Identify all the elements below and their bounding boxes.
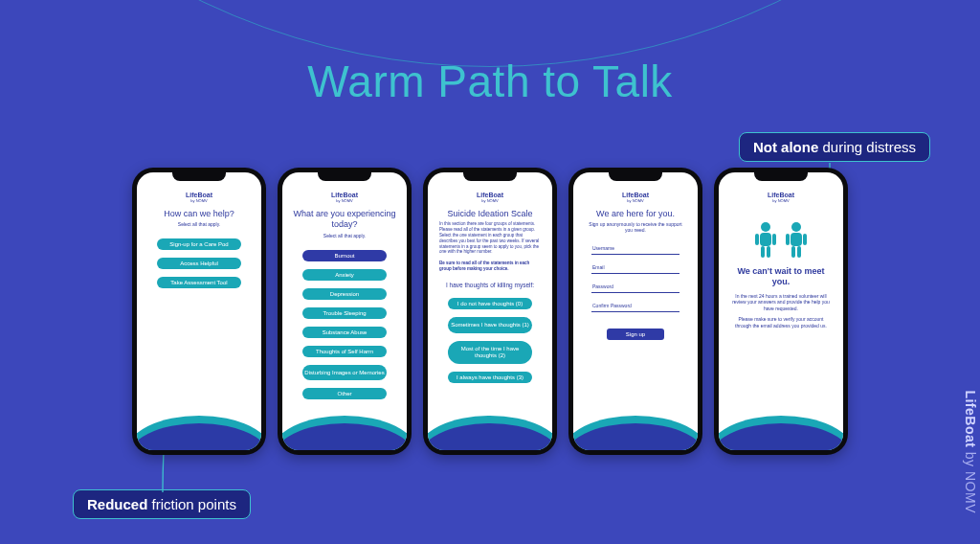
person-icon bbox=[784, 220, 809, 259]
svg-rect-11 bbox=[797, 246, 801, 258]
option-access-helpful[interactable]: Access Helpful bbox=[157, 258, 241, 269]
svg-rect-13 bbox=[803, 234, 807, 245]
confirm-password-field[interactable]: Confirm Password bbox=[591, 303, 679, 312]
phone-notch bbox=[172, 172, 226, 181]
screen4-title: We are here for you. bbox=[592, 209, 679, 219]
screen-how-can-we-help: LifeBoat by NOMV How can we help? Select… bbox=[137, 172, 261, 450]
screen5-title: We can't wait to meet you. bbox=[724, 266, 837, 287]
option-assessment-tool[interactable]: Take Assessment Tool bbox=[157, 277, 241, 288]
phone-mockup-1: LifeBoat by NOMV How can we help? Select… bbox=[132, 168, 266, 455]
phone-mockup-4: LifeBoat by NOMV We are here for you. Si… bbox=[568, 168, 702, 455]
option-trouble-sleeping[interactable]: Trouble Sleeping bbox=[302, 307, 387, 319]
phone-mockup-2: LifeBoat by NOMV What are you experienci… bbox=[278, 168, 412, 455]
option-substance-abuse[interactable]: Substance Abuse bbox=[302, 327, 387, 338]
screen3-question: I have thoughts of killing myself: bbox=[442, 282, 538, 288]
app-brand-sub: by NOMV bbox=[190, 198, 207, 203]
option-care-pod[interactable]: Sign-up for a Care Pod bbox=[157, 238, 241, 250]
side-brand: LifeBoat by NOMV bbox=[963, 390, 978, 513]
app-brand: LifeBoat bbox=[622, 192, 649, 198]
option-burnout[interactable]: Burnout bbox=[302, 250, 387, 261]
option-disturbing-images[interactable]: Disturbing Images or Memories bbox=[302, 365, 387, 381]
screen1-title: How can we help? bbox=[160, 209, 238, 219]
screen3-bold-note: Be sure to read all of the statements in… bbox=[434, 261, 546, 272]
answer-3[interactable]: I always have thoughts (3) bbox=[448, 372, 532, 383]
screen4-sub: Sign up anonymously to receive the suppo… bbox=[579, 221, 692, 233]
signup-button[interactable]: Sign up bbox=[607, 329, 664, 340]
svg-rect-12 bbox=[786, 234, 790, 245]
password-field[interactable]: Password bbox=[591, 283, 679, 293]
option-self-harm[interactable]: Thoughts of Self Harm bbox=[302, 346, 387, 357]
answer-1[interactable]: Sometimes I have thoughts (1) bbox=[448, 317, 532, 333]
screen3-title: Suicide Ideation Scale bbox=[443, 209, 536, 219]
app-brand-sub: by NOMV bbox=[627, 198, 643, 203]
screen2-sub: Select all that apply. bbox=[323, 233, 366, 238]
screen-experiencing: LifeBoat by NOMV What are you experienci… bbox=[282, 172, 407, 450]
screen5-p2: Please make sure to verify your account … bbox=[724, 316, 837, 329]
username-field[interactable]: Username bbox=[591, 245, 679, 255]
svg-rect-5 bbox=[767, 246, 770, 258]
svg-rect-3 bbox=[760, 233, 771, 246]
app-brand: LifeBoat bbox=[331, 192, 358, 198]
people-illustration bbox=[753, 220, 809, 259]
screen-signup: LifeBoat by NOMV We are here for you. Si… bbox=[573, 172, 698, 450]
answer-0[interactable]: I do not have thoughts (0) bbox=[448, 298, 532, 309]
screen2-title: What are you experiencing today? bbox=[288, 209, 401, 231]
option-anxiety[interactable]: Anxiety bbox=[302, 269, 387, 281]
screen-meet-you: LifeBoat by NOMV We can't wait to meet y… bbox=[719, 172, 843, 450]
answer-2[interactable]: Most of the time I have thoughts (2) bbox=[448, 341, 532, 364]
app-brand: LifeBoat bbox=[768, 192, 794, 198]
side-brand-main: LifeBoat bbox=[963, 390, 978, 447]
app-brand: LifeBoat bbox=[186, 192, 212, 198]
phone-notch bbox=[609, 172, 662, 181]
phone-row: LifeBoat by NOMV How can we help? Select… bbox=[132, 168, 848, 455]
app-brand-sub: by NOMV bbox=[336, 198, 352, 203]
phone-notch bbox=[463, 172, 517, 181]
svg-rect-10 bbox=[791, 246, 795, 258]
svg-point-8 bbox=[791, 222, 801, 232]
app-brand-sub: by NOMV bbox=[481, 198, 498, 203]
person-icon bbox=[753, 220, 778, 259]
phone-notch bbox=[754, 172, 808, 181]
svg-point-2 bbox=[761, 222, 770, 232]
screen3-paragraph: In this section there are four groups of… bbox=[434, 221, 546, 255]
email-field[interactable]: Email bbox=[591, 264, 679, 274]
svg-rect-9 bbox=[791, 233, 802, 246]
screen-ideation-scale: LifeBoat by NOMV Suicide Ideation Scale … bbox=[428, 172, 552, 450]
svg-rect-7 bbox=[772, 234, 776, 245]
svg-rect-4 bbox=[761, 246, 765, 258]
svg-rect-6 bbox=[755, 234, 759, 245]
phone-mockup-3: LifeBoat by NOMV Suicide Ideation Scale … bbox=[423, 168, 557, 455]
option-other[interactable]: Other bbox=[302, 388, 387, 399]
app-brand: LifeBoat bbox=[477, 192, 503, 198]
screen5-p1: In the next 24 hours a trained volunteer… bbox=[724, 293, 837, 312]
app-brand-sub: by NOMV bbox=[772, 198, 789, 203]
side-brand-rest: by NOMV bbox=[963, 447, 978, 513]
phone-mockup-5: LifeBoat by NOMV We can't wait to meet y… bbox=[714, 168, 848, 455]
option-depression[interactable]: Depression bbox=[302, 288, 387, 300]
phone-notch bbox=[318, 172, 371, 181]
screen1-sub: Select all that apply. bbox=[178, 221, 220, 227]
